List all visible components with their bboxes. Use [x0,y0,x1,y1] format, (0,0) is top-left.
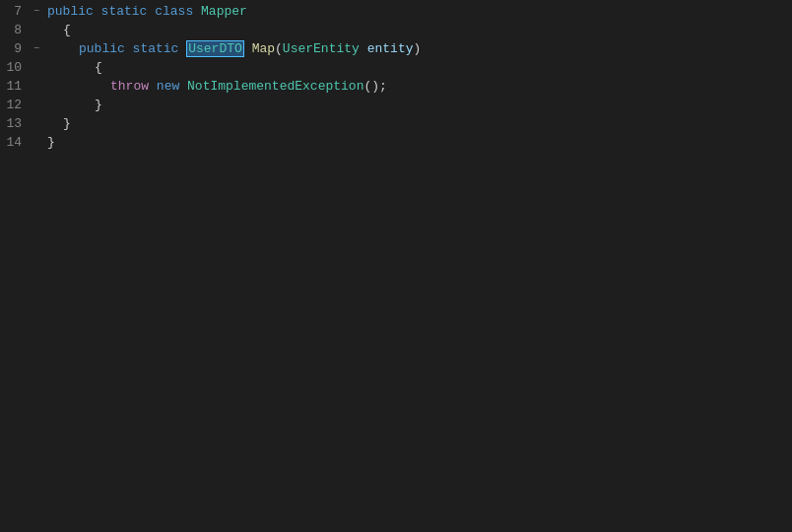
line-number-12: 12 [0,98,30,112]
line-number-8: 8 [0,23,30,37]
line-number-10: 10 [0,60,30,75]
fold-gutter-7[interactable]: − [30,6,43,17]
line-content-9: public static UserDTO Map(UserEntity ent… [43,39,792,58]
fold-gutter-9[interactable]: − [30,43,43,54]
line-content-8: { [43,21,792,39]
line-content-13: } [43,114,792,133]
code-line-7: 7 − public static class Mapper [0,2,792,21]
line-number-13: 13 [0,116,30,131]
highlight-userdto: UserDTO [186,40,244,57]
line-content-12: } [43,96,792,114]
code-line-11: 11 throw new NotImplementedException(); [0,77,792,96]
line-number-9: 9 [0,41,30,56]
line-content-14: } [43,133,792,152]
line-content-10: { [43,58,792,77]
code-line-14: 14 } [0,133,792,152]
code-line-9: 9 − public static UserDTO Map(UserEntity… [0,39,792,58]
code-line-12: 12 } [0,96,792,114]
code-area: 7 − public static class Mapper 8 { 9 − p… [0,0,792,532]
line-content-11: throw new NotImplementedException(); [43,77,792,96]
line-number-11: 11 [0,79,30,94]
code-editor: 7 − public static class Mapper 8 { 9 − p… [0,0,792,532]
line-number-14: 14 [0,135,30,150]
line-number-7: 7 [0,4,30,19]
code-line-13: 13 } [0,114,792,133]
line-content-7: public static class Mapper [43,2,792,21]
code-line-8: 8 { [0,21,792,39]
code-line-10: 10 { [0,58,792,77]
